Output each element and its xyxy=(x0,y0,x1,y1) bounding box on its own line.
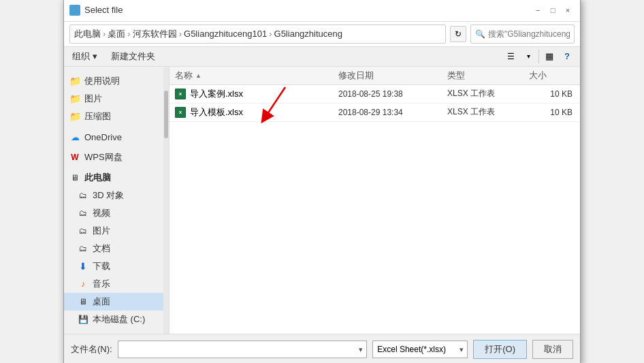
filetype-select[interactable]: Excel Sheet(*.xlsx) 所有文件 (*.*) xyxy=(372,341,468,358)
sidebar-item-label-11: 音乐 xyxy=(93,278,110,290)
view-list-button[interactable]: ☰ xyxy=(503,49,518,64)
help-button[interactable]: ? xyxy=(560,49,575,64)
drive-icon: 💾 xyxy=(78,314,88,325)
bottom-bar: 文件名(N): Excel Sheet(*.xlsx) 所有文件 (*.*) 打… xyxy=(64,334,580,364)
filename-label: 文件名(N): xyxy=(71,343,112,356)
file-cell-size-0: 10 KB xyxy=(524,89,578,99)
file-cell-date-0: 2018-08-25 19:38 xyxy=(333,89,442,99)
sidebar-item-download[interactable]: ⬇ 下载 xyxy=(64,257,169,275)
breadcrumb-sep-0: › xyxy=(103,29,106,39)
folder-icon: 📁 xyxy=(69,76,80,86)
col-header-name[interactable]: 名称 ▲ xyxy=(170,69,333,82)
scrollbar-track[interactable] xyxy=(163,67,169,334)
pic-icon: 🗂 xyxy=(78,225,88,236)
dialog-icon xyxy=(69,5,80,16)
filename-input[interactable] xyxy=(118,341,368,358)
file-row-0[interactable]: x 导入案例.xlsx 2018-08-25 19:38 XLSX 工作表 10… xyxy=(170,85,580,104)
breadcrumb-item-1[interactable]: 桌面 xyxy=(108,28,125,40)
sidebar-item-label-12: 桌面 xyxy=(93,296,110,308)
breadcrumb-item-4[interactable]: G5liangzhituceng xyxy=(274,29,342,39)
sidebar-item-1[interactable]: 📁 图片 xyxy=(64,90,169,108)
file-list-header: 名称 ▲ 修改日期 类型 大小 xyxy=(170,67,580,85)
scrollbar-thumb[interactable] xyxy=(164,91,168,138)
download-icon: ⬇ xyxy=(78,261,88,272)
dialog-title: Select file xyxy=(84,5,123,15)
sidebar-item-label-5: 此电脑 xyxy=(84,172,111,184)
view-details-button[interactable]: ▦ xyxy=(542,49,557,64)
breadcrumb-path: 此电脑 › 桌面 › 河东软件园 › G5liangzhituceng101 ›… xyxy=(69,25,446,44)
col-size-label: 大小 xyxy=(529,70,547,80)
sidebar-item-label-7: 视频 xyxy=(93,207,110,219)
file-cell-type-1: XLSX 工作表 xyxy=(442,106,524,118)
title-controls: − □ × xyxy=(531,3,575,17)
music-icon: ♪ xyxy=(78,279,88,289)
organize-button[interactable]: 组织 ▾ xyxy=(69,49,100,64)
breadcrumb-sep-1: › xyxy=(127,29,130,39)
cancel-button[interactable]: 取消 xyxy=(532,340,573,359)
sidebar-item-label-3: OneDrive xyxy=(84,132,122,142)
open-button[interactable]: 打开(O) xyxy=(473,340,527,359)
address-bar: 此电脑 › 桌面 › 河东软件园 › G5liangzhituceng101 ›… xyxy=(64,22,580,47)
sidebar-item-music[interactable]: ♪ 音乐 xyxy=(64,275,169,293)
breadcrumb-sep-3: › xyxy=(269,29,272,39)
toolbar-right: ☰ ▾ ▦ ? xyxy=(503,49,575,64)
video-icon: 🗂 xyxy=(78,208,88,219)
col-date-label: 修改日期 xyxy=(338,70,374,80)
cloud-icon: ☁ xyxy=(69,132,80,143)
sidebar-item-drive[interactable]: 💾 本地磁盘 (C:) xyxy=(64,311,169,328)
sidebar-item-pc[interactable]: 🖥 此电脑 xyxy=(64,169,169,187)
wps-icon: W xyxy=(69,152,80,163)
sidebar-item-pic[interactable]: 🗂 图片 xyxy=(64,222,169,240)
file-row-1[interactable]: x 导入模板.xlsx 2018-08-29 13:34 XLSX 工作表 10… xyxy=(170,104,580,122)
main-area: 📁 使用说明 📁 图片 📁 压缩图 ☁ OneDrive W WPS网盘 xyxy=(64,67,580,334)
refresh-button[interactable]: ↻ xyxy=(450,26,466,42)
sidebar-item-2[interactable]: 📁 压缩图 xyxy=(64,108,169,125)
breadcrumb-item-2[interactable]: 河东软件园 xyxy=(133,28,177,40)
sidebar-item-onedrive[interactable]: ☁ OneDrive xyxy=(64,129,169,146)
minimize-button[interactable]: − xyxy=(531,3,545,17)
doc-icon: 🗂 xyxy=(78,243,88,254)
sidebar-item-label-1: 图片 xyxy=(84,93,102,105)
sort-arrow-icon: ▲ xyxy=(195,72,202,79)
desktop-icon: 🖥 xyxy=(78,296,88,307)
title-bar: Select file − □ × xyxy=(64,0,580,22)
sidebar-item-label-9: 文档 xyxy=(93,242,110,255)
col-type-label: 类型 xyxy=(447,70,465,80)
col-header-type[interactable]: 类型 xyxy=(442,69,524,82)
file-list: 名称 ▲ 修改日期 类型 大小 x 导入案例.xlsx 2 xyxy=(170,67,580,334)
sidebar-item-label-4: WPS网盘 xyxy=(84,151,123,163)
title-bar-left: Select file xyxy=(69,5,123,16)
file-name-0: 导入案例.xlsx xyxy=(190,88,243,100)
maximize-button[interactable]: □ xyxy=(546,3,560,17)
new-folder-button[interactable]: 新建文件夹 xyxy=(108,49,158,64)
col-header-size[interactable]: 大小 xyxy=(524,69,578,82)
file-cell-type-0: XLSX 工作表 xyxy=(442,88,524,99)
sidebar-item-3d[interactable]: 🗂 3D 对象 xyxy=(64,187,169,204)
breadcrumb-item-3[interactable]: G5liangzhituceng101 xyxy=(184,29,267,39)
sidebar-item-label-13: 本地磁盘 (C:) xyxy=(93,313,145,326)
sidebar-item-doc[interactable]: 🗂 文档 xyxy=(64,240,169,257)
folder-icon: 📁 xyxy=(69,111,80,122)
col-header-date[interactable]: 修改日期 xyxy=(333,69,442,82)
view-options-button[interactable]: ▾ xyxy=(521,49,536,64)
sidebar-item-0[interactable]: 📁 使用说明 xyxy=(64,72,169,90)
breadcrumb-item-0[interactable]: 此电脑 xyxy=(74,28,101,40)
xlsx-icon-1: x xyxy=(175,107,186,118)
sidebar-item-label-2: 压缩图 xyxy=(84,110,111,123)
filename-input-wrapper xyxy=(118,341,368,358)
file-cell-size-1: 10 KB xyxy=(524,108,578,117)
toolbar: 组织 ▾ 新建文件夹 ☰ ▾ ▦ ? xyxy=(64,47,580,67)
sidebar-item-label-0: 使用说明 xyxy=(84,75,120,87)
sidebar-item-desktop[interactable]: 🖥 桌面 xyxy=(64,293,169,311)
breadcrumb-sep-2: › xyxy=(179,29,182,39)
pc-icon: 🖥 xyxy=(69,172,80,183)
file-cell-name-1: x 导入模板.xlsx xyxy=(170,106,333,119)
close-button[interactable]: × xyxy=(561,3,575,17)
search-icon: 🔍 xyxy=(475,29,485,39)
sidebar-item-video[interactable]: 🗂 视频 xyxy=(64,204,169,222)
search-input[interactable] xyxy=(488,29,570,39)
sidebar-item-wps[interactable]: W WPS网盘 xyxy=(64,148,169,166)
sidebar: 📁 使用说明 📁 图片 📁 压缩图 ☁ OneDrive W WPS网盘 xyxy=(64,67,170,334)
xlsx-icon-0: x xyxy=(175,89,186,99)
3d-icon: 🗂 xyxy=(78,190,88,201)
